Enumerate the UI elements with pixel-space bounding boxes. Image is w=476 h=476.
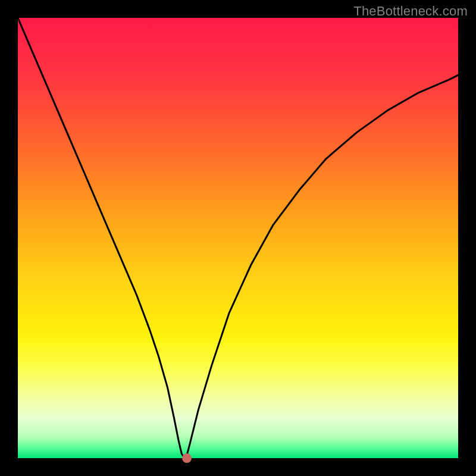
plot-area: [18, 18, 458, 458]
optimum-marker: [182, 453, 192, 463]
watermark-text: TheBottleneck.com: [353, 4, 468, 19]
chart-frame: TheBottleneck.com: [0, 0, 476, 476]
bottleneck-curve: [18, 18, 458, 458]
